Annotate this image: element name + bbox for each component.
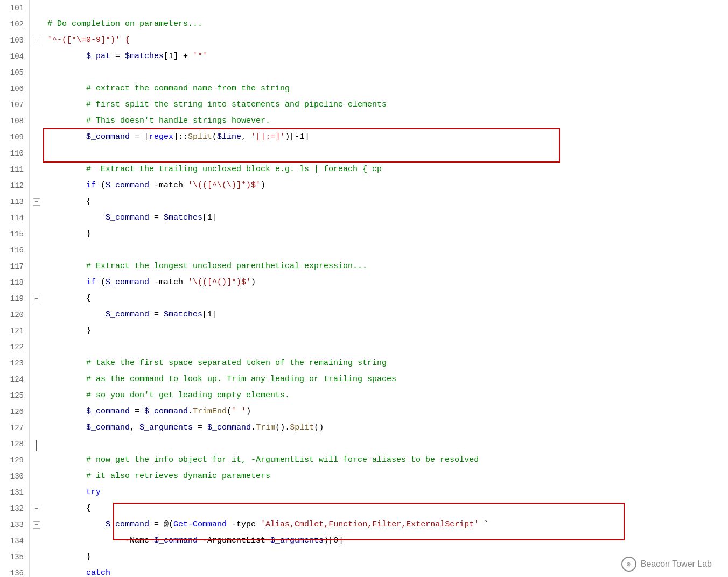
line-row: 119− { bbox=[0, 291, 728, 307]
code-content: # it also retrieves dynamic parameters bbox=[43, 468, 728, 484]
code-segment-normal: } bbox=[86, 229, 91, 238]
line-number: 119 bbox=[0, 291, 30, 307]
code-segment-normal: -Name bbox=[125, 536, 154, 545]
code-segment-comment: # Do completion on parameters... bbox=[47, 19, 202, 29]
code-content: $_command, $_arguments = $_command.Trim(… bbox=[43, 420, 728, 436]
line-row: 126 $_command = $_command.TrimEnd(' ') bbox=[0, 404, 728, 420]
line-number: 135 bbox=[0, 549, 30, 565]
code-segment-indent bbox=[47, 278, 86, 287]
code-content: # now get the info object for it, -Argum… bbox=[43, 452, 728, 468]
code-content: # extract the command name from the stri… bbox=[43, 81, 728, 97]
code-segment-normal: () bbox=[314, 423, 324, 432]
line-row: 101 bbox=[0, 0, 728, 16]
code-segment-normal: )[-1] bbox=[285, 132, 309, 142]
code-segment-comment: # so you don't get leading empty element… bbox=[47, 391, 290, 400]
code-segment-indent bbox=[47, 552, 86, 561]
fold-column[interactable]: − bbox=[30, 291, 43, 307]
code-segment-normal: ( bbox=[227, 407, 232, 416]
fold-button[interactable]: − bbox=[33, 521, 40, 529]
code-segment-normal: { bbox=[86, 197, 91, 206]
fold-button[interactable]: − bbox=[33, 198, 40, 206]
code-segment-normal: -ArgumentList bbox=[198, 536, 270, 545]
code-content: { bbox=[43, 194, 728, 210]
line-row: 109 $_command = [regex]::Split($line, '[… bbox=[0, 129, 728, 145]
line-row: 136 catch bbox=[0, 565, 728, 577]
line-row: 131 try bbox=[0, 484, 728, 501]
line-row: 134 -Name $_command -ArgumentList $_argu… bbox=[0, 533, 728, 549]
line-number: 105 bbox=[0, 65, 30, 81]
code-segment-variable: $_command bbox=[106, 278, 149, 287]
line-number: 116 bbox=[0, 242, 30, 258]
code-segment-variable: $matches bbox=[164, 213, 202, 222]
line-row: 118 if ($_command -match '\(([^()]*)$') bbox=[0, 275, 728, 291]
code-segment-indent bbox=[47, 197, 86, 206]
watermark-icon: ⚙ bbox=[621, 557, 636, 572]
code-segment-normal: . bbox=[251, 423, 256, 432]
code-segment-normal: ]:: bbox=[173, 132, 188, 142]
code-segment-variable: $_command bbox=[154, 536, 198, 545]
code-segment-normal: ) bbox=[251, 278, 256, 287]
line-row: 102# Do completion on parameters... bbox=[0, 16, 728, 32]
code-segment-string: '\(([^()]*)$' bbox=[188, 278, 251, 287]
line-number: 131 bbox=[0, 484, 30, 501]
line-row: 128 bbox=[0, 436, 728, 452]
code-segment-indent bbox=[47, 229, 86, 238]
line-number: 110 bbox=[0, 145, 30, 161]
line-number: 133 bbox=[0, 517, 30, 533]
line-number: 122 bbox=[0, 339, 30, 355]
code-segment-normal: ) bbox=[246, 407, 251, 416]
line-number: 127 bbox=[0, 420, 30, 436]
code-segment-string: '[|:=]' bbox=[251, 132, 285, 142]
code-segment-keyword: regex bbox=[149, 132, 173, 142]
code-content: $_command = [regex]::Split($line, '[|:=]… bbox=[43, 129, 728, 145]
code-content: # This doesn't handle strings however. bbox=[43, 113, 728, 129]
code-content: } bbox=[43, 226, 728, 242]
fold-column[interactable]: − bbox=[30, 32, 43, 48]
line-number: 136 bbox=[0, 565, 30, 577]
fold-column[interactable]: − bbox=[30, 194, 43, 210]
code-segment-indent bbox=[47, 213, 106, 222]
line-row: 104 $_pat = $matches[1] + '*' bbox=[0, 48, 728, 65]
code-lines: 101102# Do completion on parameters...10… bbox=[0, 0, 728, 577]
code-segment-variable: $_pat bbox=[86, 52, 110, 61]
fold-button[interactable]: − bbox=[33, 505, 40, 512]
line-row: 108 # This doesn't handle strings howeve… bbox=[0, 113, 728, 129]
code-content: $_command = $matches[1] bbox=[43, 210, 728, 226]
code-segment-normal: ` bbox=[479, 520, 488, 529]
fold-button[interactable]: − bbox=[33, 295, 40, 302]
line-row: 133− $_command = @(Get-Command -type 'Al… bbox=[0, 517, 728, 533]
fold-column[interactable]: − bbox=[30, 517, 43, 533]
code-content: $_command = $matches[1] bbox=[43, 307, 728, 323]
watermark-text: Beacon Tower Lab bbox=[641, 559, 712, 569]
line-number: 115 bbox=[0, 226, 30, 242]
code-content: $_command = @(Get-Command -type 'Alias,C… bbox=[43, 517, 728, 533]
code-segment-variable: $matches bbox=[125, 52, 164, 61]
line-row: 113− { bbox=[0, 194, 728, 210]
line-row: 116 bbox=[0, 242, 728, 258]
line-row: 135 } bbox=[0, 549, 728, 565]
fold-column[interactable] bbox=[30, 436, 43, 452]
code-segment-normal: [1] bbox=[202, 310, 217, 319]
line-number: 120 bbox=[0, 307, 30, 323]
line-row: 122 bbox=[0, 339, 728, 355]
line-row: 112 if ($_command -match '\(([^\(\)]*)$'… bbox=[0, 178, 728, 194]
code-segment-normal: [1] + bbox=[164, 52, 193, 61]
code-viewer: 101102# Do completion on parameters...10… bbox=[0, 0, 728, 577]
line-number: 102 bbox=[0, 16, 30, 32]
fold-column[interactable]: − bbox=[30, 501, 43, 517]
code-segment-indent bbox=[47, 326, 86, 335]
code-segment-method: Split bbox=[290, 423, 314, 432]
code-segment-indent bbox=[47, 568, 86, 577]
code-content: # take the first space separated token o… bbox=[43, 355, 728, 371]
code-content: } bbox=[43, 323, 728, 339]
code-segment-variable: $_command bbox=[106, 310, 149, 319]
code-segment-variable: $_arguments bbox=[139, 423, 193, 432]
code-segment-string: ' ' bbox=[232, 407, 246, 416]
line-row: 124 # as the command to look up. Trim an… bbox=[0, 371, 728, 388]
line-number: 126 bbox=[0, 404, 30, 420]
fold-button[interactable]: − bbox=[33, 37, 40, 44]
code-segment-variable: $_arguments bbox=[270, 536, 324, 545]
code-content: if ($_command -match '\(([^()]*)$') bbox=[43, 275, 728, 291]
line-row: 117 # Extract the longest unclosed paren… bbox=[0, 258, 728, 275]
line-row: 115 } bbox=[0, 226, 728, 242]
